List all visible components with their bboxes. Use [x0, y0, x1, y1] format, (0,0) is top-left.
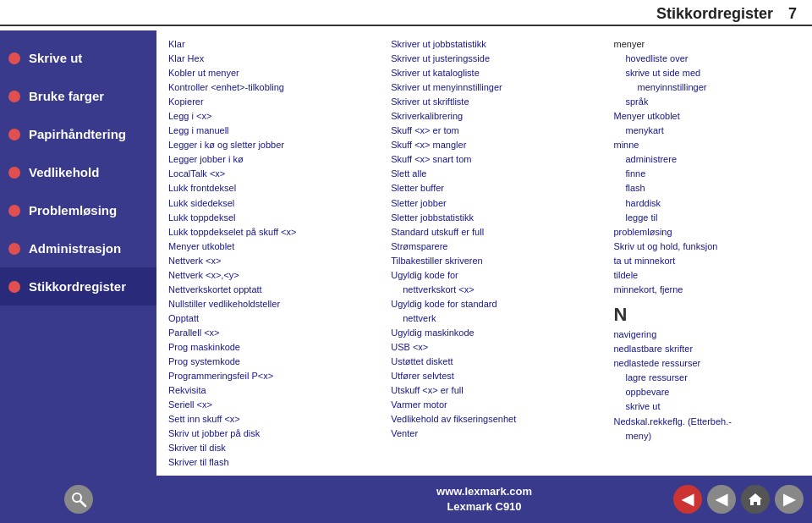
entry-skrive-ut-n: skrive ut	[614, 399, 798, 414]
home-button[interactable]	[741, 485, 770, 514]
header-page: 7	[788, 5, 797, 23]
entry-legger-i-ko: Legger i kø og sletter jobber	[168, 138, 381, 152]
entry-hovedliste: hovedliste over	[614, 52, 798, 66]
entry-klar-hex: Klar Hex	[168, 52, 381, 66]
entry-skriverkalibrering: Skriverkalibrering	[391, 109, 603, 124]
sidebar-item-stikkordregister[interactable]: Stikkordregister	[0, 267, 156, 306]
nav-prev-button[interactable]: ◀	[707, 485, 736, 514]
entry-lukk-frontdeksel: Lukk frontdeksel	[168, 181, 381, 195]
entry-utforer: Utfører selvtest	[391, 369, 603, 383]
footer-center: www.lexmark.com Lexmark C910	[436, 484, 532, 515]
sidebar-item-papirhandtering[interactable]: Papirhåndtering	[0, 115, 156, 153]
entry-navigering: navigering	[614, 328, 798, 342]
entry-prog-systemkode: Prog systemkode	[168, 355, 381, 369]
entry-harddisk: harddisk	[614, 196, 798, 211]
entry-nedlastede: nedlastede ressurser	[614, 356, 798, 371]
entry-lukk-toppdeksel: Lukk toppdeksel	[168, 211, 381, 225]
entry-jobbstatistikk: Skriver ut jobbstatistikk	[391, 37, 603, 52]
entry-skuff-mangler: Skuff <x> mangler	[391, 138, 603, 152]
entry-stromsparer: Strømsparere	[391, 239, 603, 254]
dot-icon	[8, 129, 20, 140]
entry-ugyldig-maskinkode: Ugyldig maskinkode	[391, 326, 603, 340]
sidebar-item-administrasjon[interactable]: Administrasjon	[0, 229, 156, 267]
entry-finne: finne	[614, 167, 798, 181]
column-3: menyer hovedliste over skrive ut side me…	[609, 37, 804, 472]
entry-lagre: lagre ressurser	[614, 371, 798, 385]
entry-kopierer: Kopierer	[168, 95, 381, 109]
sidebar-item-bruke-farger[interactable]: Bruke farger	[0, 77, 156, 115]
entry-menyinnstillinger: Skriver ut menyinnstillinger	[391, 80, 603, 95]
sidebar-item-skrive-ut[interactable]: Skrive ut	[0, 39, 156, 77]
entry-skuff-snart-tom: Skuff <x> snart tom	[391, 152, 603, 167]
entry-nettverk-xy: Nettverk <x>,<y>	[168, 268, 381, 283]
entry-legge-til: legge til	[614, 211, 798, 225]
entry-problemlosing2: problemløsing	[614, 225, 798, 239]
entry-flash: flash	[614, 181, 798, 195]
entry-kontroller: Kontroller <enhet>-tilkobling	[168, 80, 381, 95]
sidebar-label-papirhandtering: Papirhåndtering	[29, 127, 126, 141]
dot-icon	[8, 91, 20, 102]
entry-legg-i: Legg i <x>	[168, 109, 381, 124]
entry-sletter-buffer: Sletter buffer	[391, 181, 603, 195]
entry-skriv-ut-jobber: Skriv ut jobber på disk	[168, 427, 381, 441]
entry-nedskal: Nedskal.rekkeflg. (Etterbeh.-	[614, 415, 798, 429]
entry-ustottet: Ustøttet diskett	[391, 355, 603, 369]
entry-nettverkskortet: Nettverkskortet opptatt	[168, 283, 381, 297]
entry-localtalk: LocalTalk <x>	[168, 167, 381, 181]
entry-minnekort-fjerne: minnekort, fjerne	[614, 283, 798, 297]
entry-klar: Klar	[168, 37, 381, 52]
sidebar-item-problemlosing[interactable]: Problemløsing	[0, 191, 156, 229]
entry-standard-utskuff: Standard utskuff er full	[391, 225, 603, 239]
entry-seriell: Seriell <x>	[168, 398, 381, 412]
sidebar-label-administrasjon: Administrasjon	[29, 241, 121, 256]
main-content: Klar Klar Hex Kobler ut menyer Kontrolle…	[156, 30, 812, 476]
entry-parallell: Parallell <x>	[168, 326, 381, 340]
entry-sett-inn: Sett inn skuff <x>	[168, 412, 381, 427]
dot-icon	[8, 243, 20, 255]
search-icon[interactable]	[64, 485, 93, 514]
entry-opptatt: Opptatt	[168, 311, 381, 326]
entry-menyer-utkoblet: Menyer utkoblet	[168, 239, 381, 254]
sidebar: Skrive ut Bruke farger Papirhåndtering V…	[0, 30, 156, 479]
sidebar-label-problemlosing: Problemløsing	[29, 203, 117, 217]
header-title: Stikkordregister	[656, 5, 773, 23]
sidebar-item-vedlikehold[interactable]: Vedlikehold	[0, 153, 156, 191]
entry-kobler-ut-menyer: Kobler ut menyer	[168, 66, 381, 80]
entry-ugyldig-kode-nett: Ugyldig kode for	[391, 268, 603, 283]
entry-programmeringsfeil: Programmeringsfeil P<x>	[168, 369, 381, 383]
entry-usb: USB <x>	[391, 340, 603, 355]
nav-next-button[interactable]: ▶	[775, 485, 804, 514]
sidebar-label-vedlikehold: Vedlikehold	[29, 165, 99, 179]
entry-ugyldig-kode-standard: Ugyldig kode for standard	[391, 297, 603, 311]
svg-line-1	[80, 501, 85, 506]
entry-katalogliste: Skriver ut katalogliste	[391, 66, 603, 80]
entry-prog-maskinkode: Prog maskinkode	[168, 340, 381, 355]
entry-skuff-er-tom: Skuff <x> er tom	[391, 124, 603, 138]
footer-nav: ◀ ◀ ▶	[673, 476, 812, 523]
column-2: Skriver ut jobbstatistikk Skriver ut jus…	[386, 37, 608, 472]
entry-sletter-jobber: Sletter jobber	[391, 196, 603, 211]
dot-icon	[8, 52, 20, 64]
entry-ugyldig-kode-nett2: nettverkskort <x>	[391, 283, 603, 297]
sidebar-label-bruke-farger: Bruke farger	[29, 89, 104, 103]
entry-utskuff-er-full: Utskuff <x> er full	[391, 383, 603, 398]
footer-url: www.lexmark.com	[436, 484, 532, 499]
entry-meny: meny)	[614, 429, 798, 443]
entry-vedlikehold-fiks: Vedlikehold av fikseringsenhet	[391, 412, 603, 427]
nav-back-button[interactable]: ◀	[673, 485, 702, 514]
entry-varmer-motor: Varmer motor	[391, 398, 603, 412]
entry-menyinnstillinger2: menyinnstillinger	[614, 80, 798, 95]
entry-sletter-jobbstatistikk: Sletter jobbstatistikk	[391, 211, 603, 225]
entry-ugyldig-kode-standard2: nettverk	[391, 311, 603, 326]
footer-model: Lexmark C910	[447, 499, 521, 515]
footer: www.lexmark.com Lexmark C910 ◀ ◀ ▶	[0, 476, 812, 523]
entry-menyer-utkoblet2: Menyer utkoblet	[614, 109, 798, 124]
entry-tildele: tildele	[614, 268, 798, 283]
entry-legger-jobber: Legger jobber i kø	[168, 152, 381, 167]
entry-tilbakestiller: Tilbakestiller skriveren	[391, 254, 603, 268]
entry-justeringsside: Skriver ut justeringsside	[391, 52, 603, 66]
section-n: N	[614, 304, 798, 326]
dot-icon	[8, 281, 20, 293]
entry-venter: Venter	[391, 427, 603, 441]
dot-icon	[8, 205, 20, 217]
